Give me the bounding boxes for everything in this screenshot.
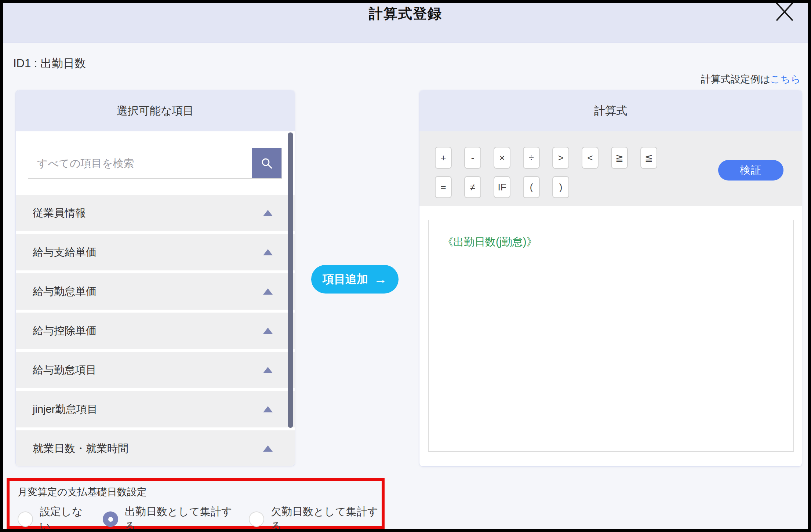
formula-editor[interactable]: 《出勤日数(j勤怠)》 <box>428 220 794 452</box>
operator-button[interactable]: ≦ <box>640 147 657 169</box>
collapse-triangle-icon[interactable] <box>263 367 273 373</box>
example-link[interactable]: こちら <box>770 74 801 85</box>
operator-button[interactable]: ≧ <box>611 147 628 169</box>
category-row[interactable]: jinjer勤怠項目 <box>16 391 295 427</box>
item-search-input[interactable] <box>28 148 252 178</box>
radio-option[interactable]: 設定しない <box>18 504 90 532</box>
operator-button[interactable]: < <box>582 147 599 169</box>
record-id-label: ID1 : 出勤日数 <box>13 56 86 71</box>
category-label: 給与勤怠単価 <box>33 284 97 299</box>
collapse-triangle-icon[interactable] <box>263 249 273 255</box>
close-button[interactable] <box>774 1 796 23</box>
category-label: jinjer勤怠項目 <box>33 402 98 417</box>
operator-button[interactable]: ( <box>523 176 540 198</box>
radio-button-icon[interactable] <box>249 511 264 527</box>
payment-base-days-options: 設定しない 出勤日数として集計する 欠勤日数として集計する <box>18 504 382 532</box>
radio-option[interactable]: 出勤日数として集計する <box>103 504 236 532</box>
category-label: 給与支給単価 <box>33 245 97 260</box>
example-link-prefix: 計算式設定例は <box>701 74 770 85</box>
formula-token[interactable]: 《出勤日数(j勤怠)》 <box>443 236 537 248</box>
formula-panel-header: 計算式 <box>419 90 802 131</box>
operator-button[interactable]: × <box>494 147 510 169</box>
operator-button[interactable]: ÷ <box>523 147 540 169</box>
search-button[interactable] <box>252 148 281 178</box>
radio-option[interactable]: 欠勤日数として集計する <box>249 504 382 532</box>
dialog-title: 計算式登録 <box>0 0 811 23</box>
verify-button[interactable]: 検証 <box>718 160 783 181</box>
operator-button[interactable]: IF <box>494 176 510 198</box>
operator-button[interactable]: - <box>464 147 481 169</box>
item-search-bar <box>28 148 282 179</box>
selectable-items-header: 選択可能な項目 <box>16 90 295 131</box>
category-row[interactable]: 給与勤怠項目 <box>16 352 295 388</box>
collapse-triangle-icon[interactable] <box>263 288 273 295</box>
category-list-scrollbar[interactable] <box>288 132 293 428</box>
operator-button[interactable]: > <box>552 147 569 169</box>
category-row[interactable]: 給与支給単価 <box>16 234 295 270</box>
radio-option-label: 設定しない <box>40 504 90 532</box>
close-icon <box>774 1 795 22</box>
category-list: 従業員情報 給与支給単価 給与勤怠単価 給与控除単価 給与勤怠項目 jinjer… <box>16 195 295 466</box>
radio-option-label: 出勤日数として集計する <box>125 504 236 532</box>
operator-button[interactable]: + <box>435 147 452 169</box>
dialog-header: 計算式登録 <box>0 0 811 43</box>
category-row[interactable]: 就業日数・就業時間 <box>16 430 295 466</box>
collapse-triangle-icon[interactable] <box>263 406 273 412</box>
operator-button[interactable]: ) <box>552 176 569 198</box>
operator-toolbar: +-×÷><≧≦ =≠IF() 検証 <box>419 131 802 206</box>
example-link-row: 計算式設定例はこちら <box>701 73 801 86</box>
collapse-triangle-icon[interactable] <box>263 210 273 216</box>
search-icon <box>260 157 273 170</box>
category-label: 給与勤怠項目 <box>33 363 97 378</box>
category-label: 従業員情報 <box>33 206 86 221</box>
formula-registration-dialog: 計算式登録 ID1 : 出勤日数 計算式設定例はこちら 選択可能な項目 <box>0 0 811 532</box>
operator-button[interactable]: = <box>435 176 452 198</box>
arrow-right-icon: → <box>374 273 387 286</box>
radio-button-icon[interactable] <box>103 511 118 527</box>
collapse-triangle-icon[interactable] <box>263 328 273 334</box>
category-label: 給与控除単価 <box>33 324 97 338</box>
operator-button[interactable]: ≠ <box>464 176 481 198</box>
selectable-items-panel: 選択可能な項目 従業員情報 給与支給単価 給与勤怠単価 <box>15 90 295 466</box>
add-item-button[interactable]: 項目追加 → <box>311 265 399 294</box>
collapse-triangle-icon[interactable] <box>263 445 273 452</box>
formula-panel: 計算式 +-×÷><≧≦ =≠IF() 検証 《出勤日数(j勤怠)》 <box>419 90 802 467</box>
category-row[interactable]: 給与控除単価 <box>16 313 295 349</box>
radio-option-label: 欠勤日数として集計する <box>271 504 382 532</box>
add-item-label: 項目追加 <box>323 272 368 287</box>
radio-button-icon[interactable] <box>18 511 33 527</box>
category-label: 就業日数・就業時間 <box>33 441 128 456</box>
category-row[interactable]: 給与勤怠単価 <box>16 273 295 310</box>
payment-base-days-setting: 月変算定の支払基礎日数設定 設定しない 出勤日数として集計する 欠勤日数として集… <box>7 478 385 529</box>
category-row[interactable]: 従業員情報 <box>16 195 295 231</box>
payment-base-days-label: 月変算定の支払基礎日数設定 <box>18 485 382 499</box>
